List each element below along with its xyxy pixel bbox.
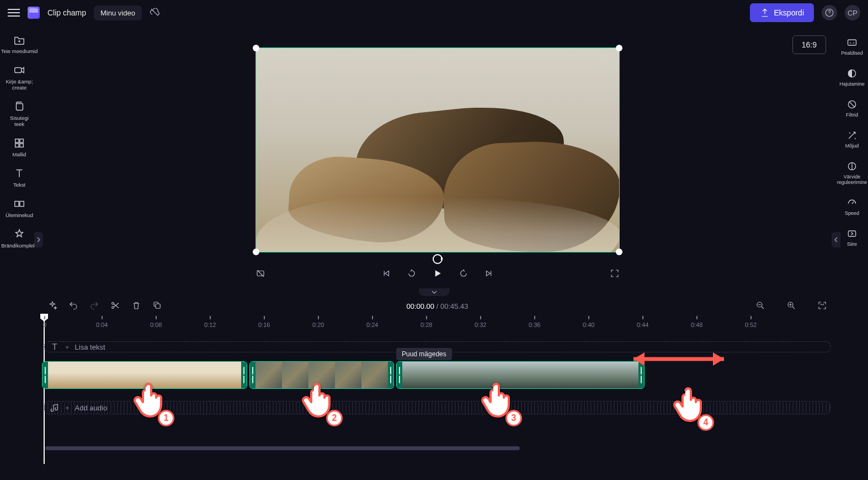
effects-icon xyxy=(846,130,858,141)
redo-button[interactable] xyxy=(84,300,105,312)
clip-trim-handle-right[interactable] xyxy=(388,362,393,388)
prop-item-label: Filtrid xyxy=(846,112,858,118)
clip-trim-handle-right[interactable] xyxy=(241,362,247,388)
prop-item-fade[interactable]: Hajutamine xyxy=(836,62,868,93)
brand-kit-icon xyxy=(13,228,25,240)
prop-item-label: Speed xyxy=(845,210,859,216)
prop-item-label: Hajutamine xyxy=(839,81,865,87)
skip-forward-button[interactable] xyxy=(484,268,494,281)
undo-button[interactable] xyxy=(63,300,84,312)
transition-icon xyxy=(846,228,858,239)
prop-item-label: Pealdised xyxy=(841,50,863,56)
brand-label: Clip champ xyxy=(47,8,86,17)
timeline-horizontal-scrollbar[interactable] xyxy=(45,446,520,450)
captions-icon xyxy=(846,37,858,48)
right-sidebar: Pealdised Hajutamine Filtrid Mõjud Värvi… xyxy=(836,25,868,480)
forward-button[interactable] xyxy=(459,268,468,281)
left-sidebar: Teie meediumid Kirje &amp; create Sisute… xyxy=(0,25,39,480)
camera-icon xyxy=(13,64,25,76)
sidebar-item-label: Brändikomplekt xyxy=(1,242,37,249)
sidebar-item-brand-kit[interactable]: Brändikomplekt xyxy=(0,223,39,254)
sidebar-item-text[interactable]: Tekst xyxy=(0,162,39,193)
prop-item-label: Mõjud xyxy=(845,143,859,149)
split-button[interactable] xyxy=(105,300,126,312)
sidebar-item-your-media[interactable]: Teie meediumid xyxy=(0,29,39,59)
zoom-in-button[interactable] xyxy=(781,300,802,312)
help-button[interactable] xyxy=(822,5,837,20)
export-button-label: Ekspordi xyxy=(774,8,804,17)
clip-trim-handle-right[interactable] xyxy=(638,362,644,388)
ruler-tick: 0:44 xyxy=(637,316,648,328)
prop-item-filters[interactable]: Filtrid xyxy=(836,93,868,124)
svg-rect-9 xyxy=(20,201,24,206)
ruler-tick: 0:28 xyxy=(420,316,432,328)
resize-handle[interactable] xyxy=(253,249,259,255)
zoom-out-button[interactable] xyxy=(750,300,771,312)
timeline-time: 00:00.00 / 00:45.43 xyxy=(406,302,468,310)
clipchamp-logo-icon xyxy=(28,7,40,19)
project-title[interactable]: Minu video xyxy=(94,6,142,20)
timeline-clip-3[interactable] xyxy=(396,361,645,389)
sidebar-item-label: Mallid xyxy=(13,151,26,157)
sidebar-item-label: Tekst xyxy=(13,182,25,188)
prop-item-color-adjust[interactable]: Värvide reguleerimine xyxy=(836,155,868,191)
timeline-collapse-button[interactable] xyxy=(419,288,450,296)
aspect-ratio-button[interactable]: 16:9 xyxy=(792,35,826,54)
svg-rect-2 xyxy=(15,67,22,72)
resize-handle[interactable] xyxy=(616,45,622,51)
sidebar-item-templates[interactable]: Mallid xyxy=(0,132,39,162)
hide-overlay-button[interactable] xyxy=(255,268,265,281)
delete-button[interactable] xyxy=(126,300,147,312)
clip-trim-handle-left[interactable] xyxy=(250,362,255,388)
sidebar-item-content-library[interactable]: Sisutegi teek xyxy=(0,96,39,132)
timeline-toolbar: 00:00.00 / 00:45.43 xyxy=(39,298,836,314)
hamburger-menu-icon[interactable] xyxy=(8,9,20,17)
fullscreen-button[interactable] xyxy=(610,268,620,281)
timeline-clip-1[interactable] xyxy=(42,361,247,389)
time-total: 00:45.43 xyxy=(440,302,468,310)
clip-trim-handle-left[interactable] xyxy=(42,362,48,388)
time-current: 00:00.00 xyxy=(406,302,434,310)
svg-rect-6 xyxy=(15,144,19,147)
clip-tooltip: Puud mägedes xyxy=(396,348,452,360)
audio-track[interactable]: + Add audio xyxy=(42,395,833,420)
ruler-tick: 0:24 xyxy=(366,316,378,328)
resize-handle[interactable] xyxy=(616,249,622,255)
play-button[interactable] xyxy=(432,268,443,282)
text-track-hint: Lisa tekst xyxy=(75,343,105,351)
timeline-clip-2[interactable] xyxy=(249,361,394,389)
prop-item-effects[interactable]: Mõjud xyxy=(836,124,868,155)
ruler-tick: 0:20 xyxy=(312,316,324,328)
sidebar-item-label: Kirje &amp; create xyxy=(6,78,33,91)
video-track[interactable]: Puud mägedes xyxy=(42,361,833,392)
video-preview[interactable] xyxy=(255,48,620,252)
zoom-fit-button[interactable] xyxy=(812,300,833,312)
text-icon xyxy=(50,342,60,352)
transitions-icon xyxy=(13,198,25,210)
export-button[interactable]: Ekspordi xyxy=(750,3,814,22)
resize-handle[interactable] xyxy=(253,45,259,51)
library-icon xyxy=(13,101,25,113)
sidebar-item-record[interactable]: Kirje &amp; create xyxy=(0,59,39,96)
ai-sparkle-button[interactable] xyxy=(42,300,63,312)
skip-back-button[interactable] xyxy=(381,268,391,281)
preview-frame xyxy=(256,48,619,252)
svg-rect-3 xyxy=(17,104,23,110)
ruler-tick: 0:08 xyxy=(150,316,162,328)
duplicate-button[interactable] xyxy=(147,300,168,312)
sidebar-item-label: Üleminekud xyxy=(6,212,33,218)
prop-item-label: Värvide reguleerimine xyxy=(837,174,867,185)
ruler-tick: 0:52 xyxy=(745,316,757,328)
svg-rect-8 xyxy=(15,201,19,206)
prop-item-speed[interactable]: Speed xyxy=(836,191,868,222)
rewind-button[interactable] xyxy=(407,268,417,281)
avatar[interactable]: CP xyxy=(845,5,860,20)
ruler-tick: 0:32 xyxy=(475,316,486,328)
prop-item-captions[interactable]: Pealdised xyxy=(836,31,868,62)
sidebar-item-transitions[interactable]: Üleminekud xyxy=(0,193,39,223)
rotate-handle-icon[interactable] xyxy=(433,254,443,264)
ruler-tick: 0:40 xyxy=(583,316,594,328)
clip-trim-handle-left[interactable] xyxy=(397,362,402,388)
prop-item-transition[interactable]: Siire xyxy=(836,222,868,253)
timeline-ruler[interactable]: 0 0:04 0:08 0:12 0:16 0:20 0:24 0:28 0:3… xyxy=(42,316,833,329)
